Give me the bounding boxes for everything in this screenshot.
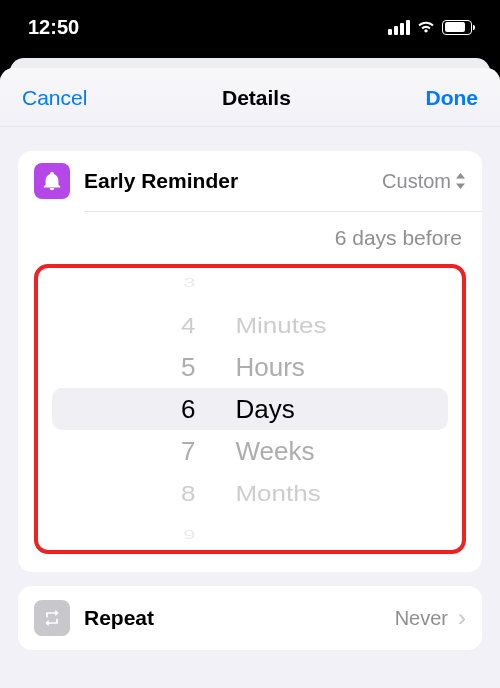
picker-number-option[interactable]: 8 [181, 475, 195, 511]
picker-unit-column[interactable]: Minutes Hours Days Weeks Months [225, 268, 462, 550]
early-reminder-value: Custom [382, 170, 466, 193]
reminder-summary: 6 days before [18, 212, 482, 264]
early-reminder-row[interactable]: Early Reminder Custom [18, 151, 482, 211]
repeat-icon [34, 600, 70, 636]
repeat-value: Never › [395, 604, 466, 632]
picker-unit-selected[interactable]: Days [235, 388, 294, 430]
picker-number-option[interactable]: 3 [183, 271, 195, 294]
cancel-button[interactable]: Cancel [22, 86, 87, 110]
done-button[interactable]: Done [426, 86, 479, 110]
cellular-signal-icon [388, 20, 410, 35]
bell-icon [34, 163, 70, 199]
wifi-icon [416, 17, 436, 37]
picker-number-option[interactable]: 5 [181, 346, 195, 388]
repeat-label: Repeat [84, 606, 395, 630]
repeat-section: Repeat Never › [18, 586, 482, 650]
sort-icon [455, 173, 466, 189]
picker-number-option[interactable]: 9 [183, 523, 195, 546]
battery-icon [442, 20, 472, 35]
picker-unit-option[interactable]: Minutes [235, 307, 326, 343]
chevron-right-icon: › [458, 604, 466, 632]
early-reminder-label: Early Reminder [84, 169, 382, 193]
early-reminder-section: Early Reminder Custom 6 days before 3 4 … [18, 151, 482, 572]
picker-number-option[interactable]: 7 [181, 430, 195, 472]
status-bar: 12:50 [0, 0, 500, 54]
status-time: 12:50 [28, 16, 79, 39]
picker-number-column[interactable]: 3 4 5 6 7 8 9 [38, 268, 225, 550]
status-indicators [388, 17, 472, 37]
picker-unit-option[interactable]: Months [235, 475, 320, 511]
picker-number-option[interactable]: 4 [181, 307, 195, 343]
page-title: Details [222, 86, 291, 110]
picker-number-selected[interactable]: 6 [181, 388, 195, 430]
time-picker[interactable]: 3 4 5 6 7 8 9 Minutes Hours Days Weeks M… [34, 264, 466, 554]
repeat-row[interactable]: Repeat Never › [18, 586, 482, 650]
modal-sheet: Cancel Details Done Early Reminder Custo… [0, 68, 500, 688]
picker-unit-option[interactable]: Hours [235, 346, 304, 388]
navigation-bar: Cancel Details Done [0, 68, 500, 127]
picker-unit-option[interactable]: Weeks [235, 430, 314, 472]
